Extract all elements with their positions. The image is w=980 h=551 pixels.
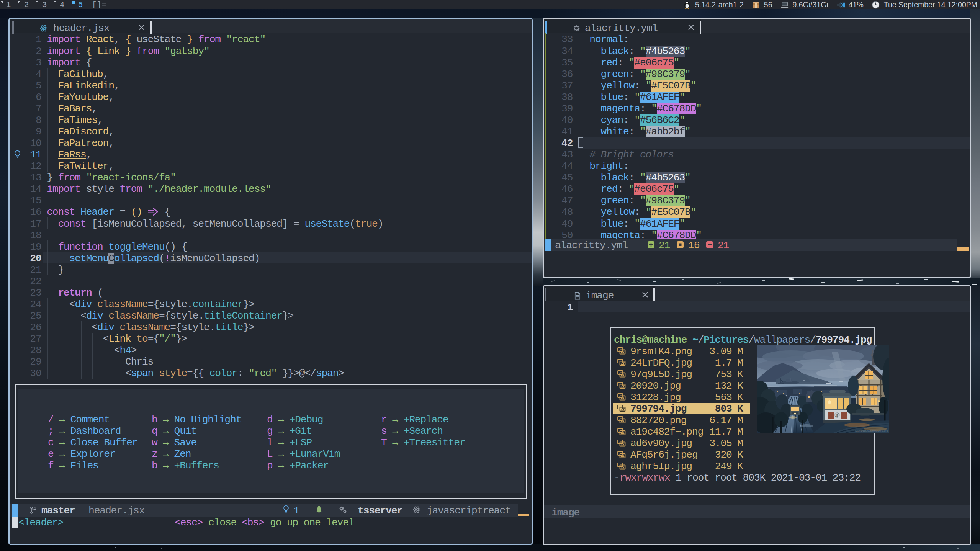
svg-text:9: 9 [836, 414, 838, 417]
svg-text:www.DesktopBackground.org: www.DesktopBackground.org [855, 429, 888, 432]
